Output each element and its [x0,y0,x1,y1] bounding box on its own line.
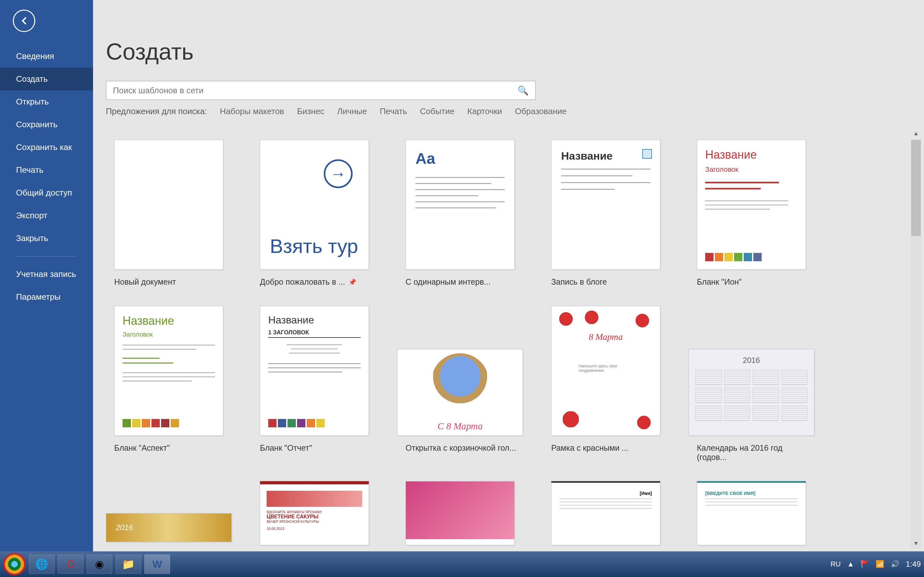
taskbar-word-icon[interactable]: W [144,554,170,574]
suggest-link[interactable]: Карточки [467,106,502,116]
template-golden-banner[interactable]: 2016 [106,481,232,545]
template-label: Добро пожаловать в ... [260,277,345,287]
template-thumb: Название Заголовок [114,306,223,436]
template-thumb [114,140,223,269]
template-label: Бланк "Аспект" [106,443,232,453]
tray-chevron-icon[interactable]: ▲ [847,560,855,568]
template-thumb: Название 1 ЗАГОЛОВОК [260,306,369,436]
suggest-link[interactable]: Событие [420,106,455,116]
taskbar: 🌐 O ◉ 📁 W RU ▲ 🚩 📶 🔊 1:49 [0,551,924,577]
template-blog-post[interactable]: Название Запись в блоге [543,140,669,287]
sidebar-item-print[interactable]: Печать [0,159,93,181]
template-blank-document[interactable]: Новый документ [106,140,232,287]
pin-icon[interactable]: 📌 [349,278,357,286]
template-aspect-design[interactable]: Название Заголовок Бланк "Аспект" [106,306,232,462]
template-thumb: Название [551,140,660,269]
tray-volume-icon[interactable]: 🔊 [891,560,899,568]
template-thumb: 2016 [106,513,232,542]
template-thumb: Aa [405,140,515,269]
suggest-link[interactable]: Наборы макетов [220,106,284,116]
template-single-spaced[interactable]: Aa С одинарным интерв... [397,140,523,287]
template-ion-design[interactable]: Название Заголовок Бланк "Ион" [688,140,814,287]
taskbar-chrome-icon[interactable]: ◉ [87,554,112,574]
sidebar-item-export[interactable]: Экспорт [0,204,93,227]
scroll-thumb[interactable] [911,140,921,236]
template-label: Рамка с красными ... [543,443,669,453]
template-thumb: [ВВЕДИТЕ СВОЕ ИМЯ] [697,481,806,545]
scroll-up-arrow[interactable]: ▲ [911,130,921,140]
sidebar-item-info[interactable]: Сведения [0,45,93,68]
search-icon[interactable]: 🔍 [517,85,529,96]
sidebar-item-close[interactable]: Закрыть [0,227,93,250]
template-label: Новый документ [106,277,232,287]
start-button[interactable] [3,553,26,575]
template-thumb: Название Заголовок [697,140,806,269]
template-thumb: С 8 Марта [397,349,523,436]
suggest-link[interactable]: Бизнес [297,106,325,116]
template-red-roses-frame[interactable]: 8 Марта Напишите здесь свое поздравление… [543,306,669,462]
suggest-label: Предложения для поиска: [106,106,207,116]
tray-clock[interactable]: 1:49 [906,560,921,569]
suggest-link[interactable]: Образование [515,106,567,116]
tray-network-icon[interactable]: 📶 [876,560,884,568]
taskbar-explorer-icon[interactable]: 📁 [115,554,141,574]
sidebar-item-open[interactable]: Открыть [0,90,93,113]
templates-grid: Новый документ Взять тур Добро пожаловат… [106,140,911,545]
template-label: Календарь на 2016 год (годов... [688,443,814,462]
taskbar-ie-icon[interactable]: 🌐 [29,554,55,574]
sidebar-item-share[interactable]: Общий доступ [0,181,93,204]
template-thumb: 2016 [688,349,814,436]
template-calendar-2016[interactable]: 2016 Календарь на 2016 год (годов... [688,306,814,462]
template-label: Бланк "Ион" [688,277,814,287]
template-resume-2[interactable]: [ВВЕДИТЕ СВОЕ ИМЯ] [688,481,814,545]
system-tray: RU ▲ 🚩 📶 🔊 1:49 [830,560,921,569]
tray-lang[interactable]: RU [830,560,841,568]
template-label: С одинарным интерв... [397,277,523,287]
search-suggestions: Предложения для поиска: Наборы макетов Б… [106,106,908,116]
template-thumb: 8 Марта Напишите здесь свое поздравление [551,306,660,436]
scroll-down-arrow[interactable]: ▼ [911,540,921,550]
search-box[interactable]: 🔍 [106,81,536,100]
sidebar-item-options[interactable]: Параметры [0,285,93,308]
template-thumb [405,481,515,545]
template-sakura-event[interactable]: ВДОХНИТЕ АРОМАТЫ ЯПОНИИ! ЦВЕТЕНИЕ САКУРЫ… [252,481,377,545]
sidebar-item-account[interactable]: Учетная запись [0,263,93,285]
template-thumb: Взять тур [260,140,369,269]
back-button[interactable] [13,10,35,32]
suggest-link[interactable]: Личные [337,106,367,116]
search-input[interactable] [113,85,517,95]
sidebar-item-new[interactable]: Создать [0,68,93,90]
template-label: Открытка с корзиночкой гол... [397,443,523,453]
template-label: Запись в блоге [543,277,669,287]
sidebar-divider [16,256,77,256]
template-label: Бланк "Отчет" [252,443,377,453]
suggest-link[interactable]: Печать [380,106,407,116]
template-report-design[interactable]: Название 1 ЗАГОЛОВОК Бланк "Отчет" [252,306,377,462]
taskbar-opera-icon[interactable]: O [58,554,83,574]
page-title: Создать [106,39,908,65]
main-panel: Создать 🔍 Предложения для поиска: Наборы… [93,0,924,551]
template-resume-1[interactable]: [Имя] [543,481,669,545]
templates-scrollbar[interactable]: ▲ ▼ [911,140,921,548]
template-flower-basket-card[interactable]: С 8 Марта Открытка с корзиночкой гол... [397,306,523,462]
template-thumb: ВДОХНИТЕ АРОМАТЫ ЯПОНИИ! ЦВЕТЕНИЕ САКУРЫ… [260,481,369,545]
sidebar-item-saveas[interactable]: Сохранить как [0,136,93,159]
template-thumb: [Имя] [551,481,660,545]
backstage-sidebar: Сведения Создать Открыть Сохранить Сохра… [0,0,93,551]
tray-flag-icon[interactable]: 🚩 [861,560,869,568]
sidebar-item-save[interactable]: Сохранить [0,113,93,136]
template-welcome-tour[interactable]: Взять тур Добро пожаловать в ...📌 [252,140,377,287]
template-pink-flowers[interactable] [397,481,523,545]
